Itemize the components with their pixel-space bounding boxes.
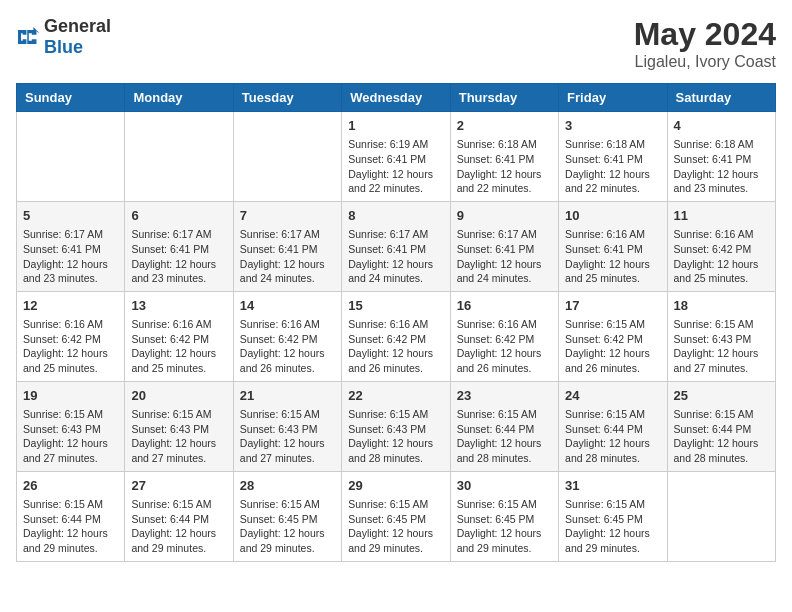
day-number: 17 <box>565 297 660 315</box>
day-info: Sunrise: 6:17 AMSunset: 6:41 PMDaylight:… <box>348 227 443 286</box>
day-header-wednesday: Wednesday <box>342 84 450 112</box>
day-number: 7 <box>240 207 335 225</box>
day-number: 19 <box>23 387 118 405</box>
day-info: Sunrise: 6:15 AMSunset: 6:45 PMDaylight:… <box>457 497 552 556</box>
day-info: Sunrise: 6:15 AMSunset: 6:45 PMDaylight:… <box>348 497 443 556</box>
day-number: 8 <box>348 207 443 225</box>
day-info: Sunrise: 6:16 AMSunset: 6:42 PMDaylight:… <box>240 317 335 376</box>
day-header-monday: Monday <box>125 84 233 112</box>
day-info: Sunrise: 6:16 AMSunset: 6:42 PMDaylight:… <box>457 317 552 376</box>
calendar-day-cell: 15Sunrise: 6:16 AMSunset: 6:42 PMDayligh… <box>342 291 450 381</box>
calendar-week-row: 12Sunrise: 6:16 AMSunset: 6:42 PMDayligh… <box>17 291 776 381</box>
calendar-day-cell: 12Sunrise: 6:16 AMSunset: 6:42 PMDayligh… <box>17 291 125 381</box>
day-number: 31 <box>565 477 660 495</box>
calendar-day-cell: 6Sunrise: 6:17 AMSunset: 6:41 PMDaylight… <box>125 201 233 291</box>
day-number: 6 <box>131 207 226 225</box>
calendar-day-cell: 30Sunrise: 6:15 AMSunset: 6:45 PMDayligh… <box>450 471 558 561</box>
day-number: 16 <box>457 297 552 315</box>
month-title: May 2024 <box>634 16 776 53</box>
day-info: Sunrise: 6:15 AMSunset: 6:44 PMDaylight:… <box>565 407 660 466</box>
day-info: Sunrise: 6:15 AMSunset: 6:44 PMDaylight:… <box>131 497 226 556</box>
day-info: Sunrise: 6:17 AMSunset: 6:41 PMDaylight:… <box>131 227 226 286</box>
calendar-day-cell: 16Sunrise: 6:16 AMSunset: 6:42 PMDayligh… <box>450 291 558 381</box>
day-number: 21 <box>240 387 335 405</box>
day-number: 5 <box>23 207 118 225</box>
calendar-day-cell: 19Sunrise: 6:15 AMSunset: 6:43 PMDayligh… <box>17 381 125 471</box>
day-number: 14 <box>240 297 335 315</box>
calendar-day-cell: 10Sunrise: 6:16 AMSunset: 6:41 PMDayligh… <box>559 201 667 291</box>
calendar-day-cell: 11Sunrise: 6:16 AMSunset: 6:42 PMDayligh… <box>667 201 775 291</box>
calendar-week-row: 26Sunrise: 6:15 AMSunset: 6:44 PMDayligh… <box>17 471 776 561</box>
calendar-day-cell: 4Sunrise: 6:18 AMSunset: 6:41 PMDaylight… <box>667 112 775 202</box>
calendar-week-row: 5Sunrise: 6:17 AMSunset: 6:41 PMDaylight… <box>17 201 776 291</box>
calendar-empty-cell <box>125 112 233 202</box>
day-info: Sunrise: 6:16 AMSunset: 6:42 PMDaylight:… <box>23 317 118 376</box>
calendar-day-cell: 29Sunrise: 6:15 AMSunset: 6:45 PMDayligh… <box>342 471 450 561</box>
day-number: 29 <box>348 477 443 495</box>
day-number: 3 <box>565 117 660 135</box>
day-info: Sunrise: 6:15 AMSunset: 6:43 PMDaylight:… <box>240 407 335 466</box>
calendar-day-cell: 7Sunrise: 6:17 AMSunset: 6:41 PMDaylight… <box>233 201 341 291</box>
day-number: 26 <box>23 477 118 495</box>
day-info: Sunrise: 6:15 AMSunset: 6:43 PMDaylight:… <box>348 407 443 466</box>
day-info: Sunrise: 6:16 AMSunset: 6:41 PMDaylight:… <box>565 227 660 286</box>
calendar-day-cell: 21Sunrise: 6:15 AMSunset: 6:43 PMDayligh… <box>233 381 341 471</box>
logo: General Blue <box>16 16 111 58</box>
day-info: Sunrise: 6:17 AMSunset: 6:41 PMDaylight:… <box>23 227 118 286</box>
day-number: 27 <box>131 477 226 495</box>
calendar-day-cell: 22Sunrise: 6:15 AMSunset: 6:43 PMDayligh… <box>342 381 450 471</box>
calendar-day-cell: 3Sunrise: 6:18 AMSunset: 6:41 PMDaylight… <box>559 112 667 202</box>
day-info: Sunrise: 6:15 AMSunset: 6:43 PMDaylight:… <box>674 317 769 376</box>
day-info: Sunrise: 6:18 AMSunset: 6:41 PMDaylight:… <box>457 137 552 196</box>
day-number: 22 <box>348 387 443 405</box>
day-number: 30 <box>457 477 552 495</box>
location-title: Ligaleu, Ivory Coast <box>634 53 776 71</box>
day-info: Sunrise: 6:18 AMSunset: 6:41 PMDaylight:… <box>674 137 769 196</box>
day-header-tuesday: Tuesday <box>233 84 341 112</box>
day-info: Sunrise: 6:18 AMSunset: 6:41 PMDaylight:… <box>565 137 660 196</box>
calendar-day-cell: 27Sunrise: 6:15 AMSunset: 6:44 PMDayligh… <box>125 471 233 561</box>
logo-icon <box>16 27 40 47</box>
day-header-friday: Friday <box>559 84 667 112</box>
day-info: Sunrise: 6:15 AMSunset: 6:42 PMDaylight:… <box>565 317 660 376</box>
calendar-day-cell: 24Sunrise: 6:15 AMSunset: 6:44 PMDayligh… <box>559 381 667 471</box>
day-number: 11 <box>674 207 769 225</box>
day-number: 2 <box>457 117 552 135</box>
logo-blue: Blue <box>44 37 83 57</box>
calendar-day-cell: 14Sunrise: 6:16 AMSunset: 6:42 PMDayligh… <box>233 291 341 381</box>
day-number: 10 <box>565 207 660 225</box>
logo-text-group: General Blue <box>44 16 111 58</box>
calendar-day-cell: 8Sunrise: 6:17 AMSunset: 6:41 PMDaylight… <box>342 201 450 291</box>
calendar-day-cell: 1Sunrise: 6:19 AMSunset: 6:41 PMDaylight… <box>342 112 450 202</box>
calendar-week-row: 1Sunrise: 6:19 AMSunset: 6:41 PMDaylight… <box>17 112 776 202</box>
day-number: 13 <box>131 297 226 315</box>
day-info: Sunrise: 6:15 AMSunset: 6:43 PMDaylight:… <box>131 407 226 466</box>
calendar-table: SundayMondayTuesdayWednesdayThursdayFrid… <box>16 83 776 562</box>
calendar-empty-cell <box>667 471 775 561</box>
day-number: 15 <box>348 297 443 315</box>
day-info: Sunrise: 6:17 AMSunset: 6:41 PMDaylight:… <box>240 227 335 286</box>
day-info: Sunrise: 6:16 AMSunset: 6:42 PMDaylight:… <box>348 317 443 376</box>
day-info: Sunrise: 6:15 AMSunset: 6:45 PMDaylight:… <box>565 497 660 556</box>
day-info: Sunrise: 6:16 AMSunset: 6:42 PMDaylight:… <box>674 227 769 286</box>
calendar-day-cell: 5Sunrise: 6:17 AMSunset: 6:41 PMDaylight… <box>17 201 125 291</box>
day-info: Sunrise: 6:16 AMSunset: 6:42 PMDaylight:… <box>131 317 226 376</box>
day-header-sunday: Sunday <box>17 84 125 112</box>
calendar-day-cell: 26Sunrise: 6:15 AMSunset: 6:44 PMDayligh… <box>17 471 125 561</box>
day-number: 4 <box>674 117 769 135</box>
day-info: Sunrise: 6:19 AMSunset: 6:41 PMDaylight:… <box>348 137 443 196</box>
day-number: 18 <box>674 297 769 315</box>
calendar-day-cell: 31Sunrise: 6:15 AMSunset: 6:45 PMDayligh… <box>559 471 667 561</box>
calendar-header-row: SundayMondayTuesdayWednesdayThursdayFrid… <box>17 84 776 112</box>
calendar-day-cell: 25Sunrise: 6:15 AMSunset: 6:44 PMDayligh… <box>667 381 775 471</box>
day-number: 24 <box>565 387 660 405</box>
calendar-empty-cell <box>233 112 341 202</box>
calendar-day-cell: 20Sunrise: 6:15 AMSunset: 6:43 PMDayligh… <box>125 381 233 471</box>
day-info: Sunrise: 6:17 AMSunset: 6:41 PMDaylight:… <box>457 227 552 286</box>
calendar-day-cell: 2Sunrise: 6:18 AMSunset: 6:41 PMDaylight… <box>450 112 558 202</box>
calendar-day-cell: 13Sunrise: 6:16 AMSunset: 6:42 PMDayligh… <box>125 291 233 381</box>
logo-general: General <box>44 16 111 36</box>
day-number: 28 <box>240 477 335 495</box>
page-header: General Blue May 2024 Ligaleu, Ivory Coa… <box>16 16 776 71</box>
day-number: 20 <box>131 387 226 405</box>
